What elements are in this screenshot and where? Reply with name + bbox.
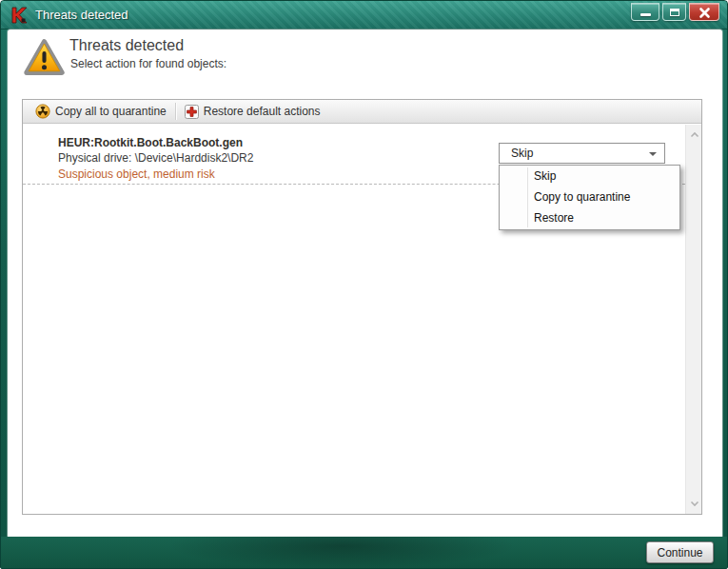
page-subtitle: Select action for found objects: bbox=[70, 57, 226, 70]
chevron-up-icon bbox=[690, 131, 699, 138]
threat-list: HEUR:Rootkit.Boot.BackBoot.gen Physical … bbox=[23, 125, 701, 514]
close-button[interactable] bbox=[689, 3, 719, 21]
titlebar: Threats detected bbox=[1, 1, 727, 29]
threats-detected-window: Threats detected bbox=[0, 0, 728, 569]
chevron-down-icon bbox=[649, 152, 657, 156]
chevron-down-icon bbox=[690, 500, 699, 507]
kaspersky-logo-icon bbox=[9, 6, 28, 25]
radiation-icon bbox=[35, 104, 50, 119]
menu-gutter bbox=[527, 167, 528, 227]
minimize-button[interactable] bbox=[631, 3, 659, 21]
toolbar-divider bbox=[175, 103, 176, 120]
toolbar: Copy all to quarantine Restore default a… bbox=[23, 100, 701, 124]
window-title: Threats detected bbox=[35, 1, 128, 29]
dialog-content: Threats detected Select action for found… bbox=[8, 29, 722, 539]
action-dropdown-menu: Skip Copy to quarantine Restore bbox=[499, 165, 680, 230]
scroll-down-button[interactable] bbox=[686, 496, 702, 512]
restore-default-actions-button[interactable]: Restore default actions bbox=[178, 103, 327, 121]
page-title: Threats detected bbox=[69, 37, 184, 54]
restore-defaults-label: Restore default actions bbox=[204, 105, 321, 118]
scroll-up-button[interactable] bbox=[686, 127, 702, 143]
continue-button[interactable]: Continue bbox=[646, 541, 714, 563]
footer-bar: Continue bbox=[1, 537, 727, 568]
warning-triangle-icon bbox=[23, 38, 66, 81]
maximize-icon bbox=[670, 9, 679, 16]
action-dropdown-value: Skip bbox=[511, 144, 533, 163]
threat-list-panel: Copy all to quarantine Restore default a… bbox=[22, 99, 702, 515]
window-controls bbox=[631, 3, 719, 21]
vertical-scrollbar[interactable] bbox=[685, 125, 701, 514]
action-dropdown[interactable]: Skip bbox=[499, 143, 665, 164]
copy-all-to-quarantine-button[interactable]: Copy all to quarantine bbox=[29, 102, 173, 121]
close-icon bbox=[698, 7, 711, 19]
red-cross-icon bbox=[185, 105, 199, 119]
copy-all-label: Copy all to quarantine bbox=[55, 105, 167, 118]
minimize-icon bbox=[640, 13, 651, 16]
maximize-button[interactable] bbox=[662, 3, 686, 21]
